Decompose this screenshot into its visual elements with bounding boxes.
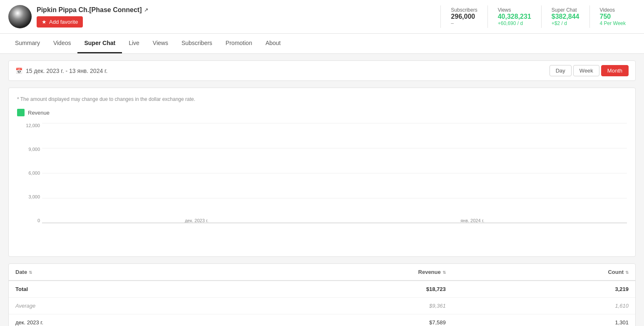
bar-group: янв. 2024 г. [400, 216, 545, 223]
stat-item: Views 40,328,231 +60,690 / d [487, 5, 541, 28]
bar-group: дек. 2023 г. [124, 216, 269, 223]
table-cell-count: 3,219 [453, 281, 635, 298]
x-axis-line [42, 223, 627, 223]
y-axis-label: 6,000 [17, 171, 40, 176]
legend-color-box [17, 109, 25, 116]
external-link-icon[interactable]: ↗ [144, 7, 148, 13]
y-axis-label: 0 [17, 218, 40, 223]
period-btn-week[interactable]: Week [573, 65, 599, 76]
period-buttons: DayWeekMonth [550, 65, 629, 76]
stat-item: Videos 750 4 Per Week [589, 5, 636, 28]
chart-section: * The amount displayed may change due to… [8, 88, 636, 257]
stat-label: Subscribers [451, 7, 477, 13]
table-body: Total $18,723 3,219 Average $9,361 1,610… [9, 281, 635, 326]
table-cell-revenue: $7,589 [232, 314, 453, 326]
table-column-header: Count⇅ [453, 264, 635, 281]
stat-value: 750 [600, 13, 626, 20]
add-favorite-label: Add favorite [49, 19, 78, 25]
stat-label: Super Chat [552, 7, 579, 13]
table-column-header: Revenue⇅ [232, 264, 453, 281]
table-row: дек. 2023 г. $7,589 1,301 [9, 314, 635, 326]
date-range-text: 15 дек. 2023 г. - 13 янв. 2024 г. [26, 68, 107, 74]
y-axis-label: 12,000 [17, 123, 40, 128]
chart-container: 12,0009,0006,0003,0000 дек. 2023 г. янв.… [17, 123, 627, 248]
nav-item-super-chat[interactable]: Super Chat [77, 34, 122, 53]
grid-line [42, 223, 627, 223]
period-btn-month[interactable]: Month [601, 65, 629, 76]
y-axis-label: 9,000 [17, 147, 40, 152]
data-table: Date⇅Revenue⇅Count⇅ Total $18,723 3,219 … [9, 264, 635, 326]
stat-item: Subscribers 296,000 – [440, 5, 487, 28]
stat-label: Videos [600, 7, 626, 13]
channel-name: Pipkin Pippa Ch.[Phase Connect] ↗ [37, 6, 440, 14]
table-cell-revenue: $9,361 [232, 298, 453, 314]
table-cell-date: Average [9, 298, 232, 314]
stat-delta: +60,690 / d [498, 20, 531, 26]
stat-delta: +$2 / d [552, 20, 579, 26]
add-favorite-button[interactable]: ★ Add favorite [37, 16, 83, 28]
channel-name-text: Pipkin Pippa Ch.[Phase Connect] [37, 6, 142, 14]
chart-inner: дек. 2023 г. янв. 2024 г. [42, 123, 627, 223]
table-header: Date⇅Revenue⇅Count⇅ [9, 264, 635, 281]
chart-legend: Revenue [17, 109, 627, 116]
channel-avatar [8, 5, 32, 28]
nav-item-videos[interactable]: Videos [47, 34, 78, 53]
sort-icon[interactable]: ⇅ [443, 270, 446, 275]
star-icon: ★ [42, 19, 47, 25]
bars-container: дек. 2023 г. янв. 2024 г. [42, 123, 627, 223]
table-cell-count: 1,610 [453, 298, 635, 314]
nav-item-summary[interactable]: Summary [8, 34, 47, 53]
nav-item-subscribers[interactable]: Subscribers [175, 34, 219, 53]
date-range-left: 📅 15 дек. 2023 г. - 13 янв. 2024 г. [15, 68, 107, 74]
channel-info: Pipkin Pippa Ch.[Phase Connect] ↗ ★ Add … [37, 6, 440, 28]
nav-item-about[interactable]: About [259, 34, 288, 53]
table-column-header: Date⇅ [9, 264, 232, 281]
y-axis: 12,0009,0006,0003,0000 [17, 123, 40, 223]
chart-note: * The amount displayed may change due to… [17, 96, 627, 102]
sort-icon[interactable]: ⇅ [625, 270, 629, 275]
legend-label: Revenue [28, 110, 50, 116]
y-axis-label: 3,000 [17, 194, 40, 199]
main-content: 📅 15 дек. 2023 г. - 13 янв. 2024 г. DayW… [0, 54, 644, 326]
stat-delta: – [451, 20, 477, 26]
table-cell-date: Total [9, 281, 232, 298]
main-nav: SummaryVideosSuper ChatLiveViewsSubscrib… [0, 34, 644, 54]
calendar-icon: 📅 [15, 68, 22, 74]
stat-value: 40,328,231 [498, 13, 531, 20]
nav-item-live[interactable]: Live [122, 34, 146, 53]
stat-delta: 4 Per Week [600, 20, 626, 26]
table-cell-count: 1,301 [453, 314, 635, 326]
chart-area: 12,0009,0006,0003,0000 дек. 2023 г. янв.… [17, 123, 627, 236]
table-row: Total $18,723 3,219 [9, 281, 635, 298]
date-range-bar: 📅 15 дек. 2023 г. - 13 янв. 2024 г. DayW… [8, 60, 636, 81]
stat-value: 296,000 [451, 13, 477, 20]
nav-item-promotion[interactable]: Promotion [219, 34, 259, 53]
table-cell-revenue: $18,723 [232, 281, 453, 298]
stats-bar: Subscribers 296,000 – Views 40,328,231 +… [440, 5, 636, 28]
stat-label: Views [498, 7, 531, 13]
page-header: Pipkin Pippa Ch.[Phase Connect] ↗ ★ Add … [0, 0, 644, 34]
data-table-section: Date⇅Revenue⇅Count⇅ Total $18,723 3,219 … [8, 263, 636, 326]
stat-item: Super Chat $382,844 +$2 / d [541, 5, 589, 28]
sort-icon[interactable]: ⇅ [29, 270, 32, 275]
table-row: Average $9,361 1,610 [9, 298, 635, 314]
stat-value: $382,844 [552, 13, 579, 20]
period-btn-day[interactable]: Day [550, 65, 572, 76]
table-cell-date: дек. 2023 г. [9, 314, 232, 326]
nav-item-views[interactable]: Views [146, 34, 175, 53]
